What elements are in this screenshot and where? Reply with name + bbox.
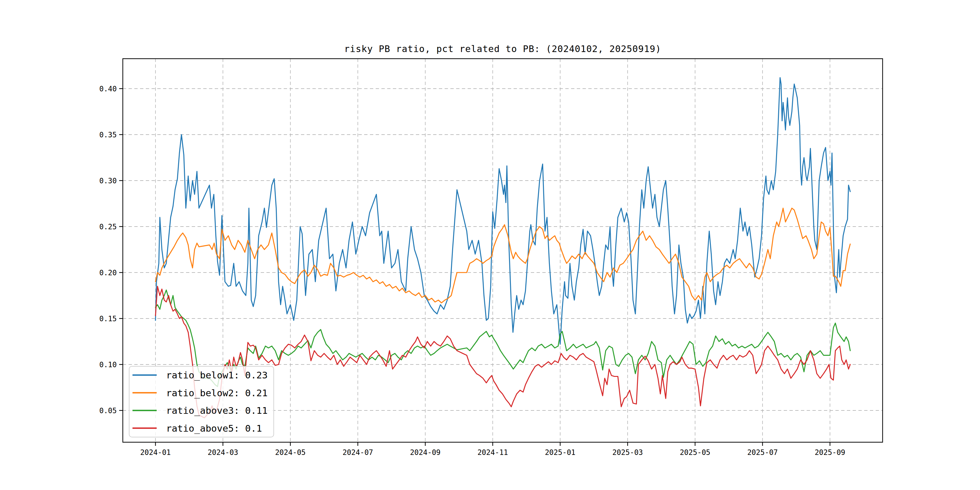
y-tick-label: 0.05	[99, 407, 117, 415]
y-tick-label: 0.40	[99, 85, 117, 93]
y-tick-label: 0.20	[99, 269, 117, 277]
x-tick-label: 2024-09	[410, 448, 441, 457]
legend: ratio_below1: 0.23ratio_below2: 0.21rati…	[129, 366, 274, 437]
legend-label: ratio_below2: 0.21	[166, 387, 268, 399]
x-tick-label: 2024-05	[275, 448, 305, 457]
x-tick-label: 2025-05	[680, 448, 710, 457]
line-chart-canvas: 2024-012024-032024-052024-072024-092024-…	[0, 0, 980, 490]
x-tick-label: 2025-09	[815, 448, 845, 457]
series-line-ratio_below1	[156, 78, 850, 345]
y-tick-label: 0.10	[99, 361, 117, 369]
x-tick-label: 2024-07	[342, 448, 373, 457]
x-tick-label: 2025-03	[612, 448, 643, 457]
chart-figure: 2024-012024-032024-052024-072024-092024-…	[0, 0, 980, 490]
legend-label: ratio_below1: 0.23	[166, 370, 268, 381]
x-tick-label: 2025-01	[545, 448, 575, 457]
y-tick-label: 0.15	[99, 315, 117, 323]
x-tick-label: 2024-01	[140, 448, 170, 457]
series-line-ratio_below2	[156, 208, 850, 303]
legend-label: ratio_above5: 0.1	[166, 423, 262, 434]
x-tick-label: 2025-07	[747, 448, 778, 457]
legend-label: ratio_above3: 0.11	[166, 405, 268, 416]
y-tick-label: 0.30	[99, 177, 117, 185]
y-tick-label: 0.35	[99, 130, 117, 139]
x-tick-label: 2024-11	[477, 448, 508, 457]
y-tick-label: 0.25	[99, 223, 117, 231]
chart-title: risky PB ratio, pct related to PB: (2024…	[344, 43, 661, 54]
x-tick-label: 2024-03	[207, 448, 238, 457]
